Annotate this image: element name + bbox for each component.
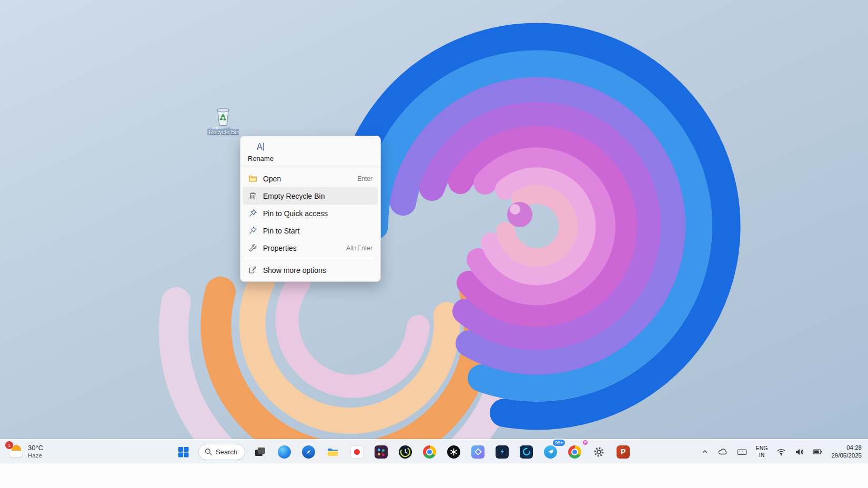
keyboard-icon (737, 448, 747, 456)
menu-item-shortcut: Alt+Enter (346, 245, 372, 252)
powerpoint-icon: P (617, 445, 630, 459)
slack-icon (375, 445, 388, 459)
taskbar-app-clock[interactable] (395, 441, 416, 462)
taskbar-app-chatgpt[interactable] (443, 441, 465, 462)
pin-icon (248, 209, 257, 218)
trash-icon (248, 191, 257, 200)
menu-item-label: Pin to Start (263, 227, 372, 235)
search-label: Search (216, 448, 237, 456)
taskbar-app-task-view[interactable] (249, 441, 271, 462)
weather-condition: Haze (28, 452, 43, 459)
taskbar-app-safari[interactable] (298, 441, 319, 462)
clock-time: 04:28 (846, 444, 862, 452)
lightning-icon (496, 445, 509, 459)
weather-icon: 1 (8, 444, 24, 460)
tray-wifi[interactable] (775, 442, 787, 461)
task-view-icon (254, 445, 267, 459)
clock-date: 29/05/2025 (831, 452, 862, 460)
recycle-bin-icon (211, 104, 235, 127)
speaker-icon (795, 448, 804, 456)
tray-chevron-up[interactable] (700, 442, 710, 461)
taskbar-app-swirl[interactable] (516, 441, 537, 462)
wrench-icon (248, 243, 257, 252)
menu-item-label: Show more options (263, 266, 372, 274)
menu-item-open[interactable]: Open Enter (243, 170, 378, 187)
taskbar-app-edge[interactable] (274, 441, 295, 462)
swirl-icon (520, 445, 533, 459)
context-menu: Rename Open Enter (240, 136, 381, 282)
search-box[interactable]: Search (198, 444, 245, 460)
tray-clock[interactable]: 04:28 29/05/2025 (830, 442, 863, 461)
taskbar-app-bolt[interactable] (491, 441, 513, 462)
gear-icon (592, 445, 605, 459)
language-region: IN (759, 452, 765, 459)
taskbar-app-settings[interactable] (588, 441, 610, 462)
wifi-icon (776, 448, 786, 456)
taskbar: 1 30°C Haze (0, 439, 868, 463)
start-button[interactable] (173, 441, 194, 462)
chrome-icon (423, 445, 436, 459)
folder-icon (326, 445, 339, 459)
recycle-bin-label: Recycle Bin (207, 128, 239, 136)
menu-item-label: Empty Recycle Bin (263, 192, 372, 200)
tray-onedrive[interactable] (717, 442, 729, 461)
menu-item-show-more-options[interactable]: Show more options (243, 261, 378, 279)
menu-item-label: Open (263, 175, 357, 183)
pin-outline-icon (248, 226, 257, 235)
menu-item-label: Pin to Quick access (263, 209, 372, 218)
tray-language-switcher[interactable]: ENG IN (755, 442, 769, 461)
windows-logo-icon (177, 445, 190, 459)
compass-icon (302, 445, 315, 459)
menu-item-empty-recycle-bin[interactable]: Empty Recycle Bin (243, 187, 378, 205)
menu-separator (244, 259, 377, 259)
context-menu-rename[interactable]: Rename (240, 136, 380, 167)
menu-item-pin-start[interactable]: Pin to Start (243, 222, 378, 239)
tray-volume[interactable] (794, 442, 805, 461)
taskbar-app-slack[interactable] (370, 441, 392, 462)
recycle-bin-desktop-icon[interactable]: Recycle Bin (206, 104, 240, 136)
tray-battery[interactable] (812, 442, 823, 461)
taskbar-app-file-explorer[interactable] (322, 441, 344, 462)
rename-icon (255, 141, 266, 152)
chatgpt-icon (447, 445, 460, 459)
letterbox-strip (0, 463, 868, 488)
menu-item-shortcut: Enter (357, 175, 372, 182)
battery-icon (813, 449, 822, 455)
cloud-icon (718, 448, 728, 456)
weather-widget[interactable]: 1 30°C Haze (4, 440, 47, 464)
menu-item-pin-quick-access[interactable]: Pin to Quick access (243, 205, 378, 222)
folder-open-icon (248, 174, 257, 183)
tray-touch-keyboard[interactable] (736, 442, 748, 461)
taskbar-app-photos[interactable] (467, 441, 489, 462)
more-options-icon (248, 266, 257, 274)
taskbar-app-telegram[interactable]: 99+ (540, 441, 561, 462)
weather-temperature: 30°C (28, 444, 43, 452)
notification-badge: 1 (5, 441, 13, 449)
taskbar-app-chrome[interactable] (419, 441, 440, 462)
rename-label: Rename (248, 155, 373, 162)
red-dot-icon (350, 445, 364, 459)
photos-icon (471, 445, 485, 459)
chrome-icon (568, 445, 581, 459)
menu-item-properties[interactable]: Properties Alt+Enter (243, 239, 378, 257)
taskbar-app-chrome-profile[interactable]: P (564, 441, 586, 462)
edge-icon (278, 445, 291, 459)
clock-icon (399, 445, 412, 459)
taskbar-app-powerpoint[interactable]: P (612, 441, 634, 462)
language-code: ENG (756, 445, 768, 452)
desktop-background[interactable]: Recycle Bin Rename (0, 0, 868, 463)
telegram-icon (544, 445, 557, 459)
bloom-wallpaper (0, 0, 868, 463)
menu-item-label: Properties (263, 244, 346, 252)
taskbar-app-red-dot[interactable] (346, 441, 368, 462)
screen: Recycle Bin Rename (0, 0, 868, 488)
search-icon (205, 448, 212, 455)
chevron-up-icon (701, 448, 709, 456)
